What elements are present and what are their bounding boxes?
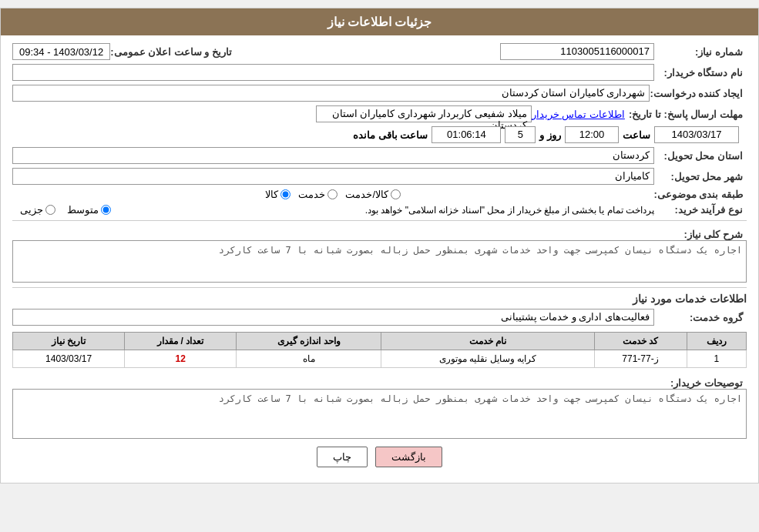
cell-kod: ز-77-771 [594,350,687,368]
maandeh-value: 01:06:14 [432,126,501,143]
contact-link[interactable]: اطلاعات تماس خریدار [532,109,625,120]
ostan-value: کردستان [12,147,654,164]
page-title: جزئیات اطلاعات نیاز [1,8,758,35]
tosif-label: توصیحات خریدار: [654,374,747,389]
tarikh-label: تاریخ و ساعت اعلان عمومی: [110,46,236,58]
cell-radif: 1 [687,350,746,368]
nooe-jozi-label: جزیی [20,204,43,216]
col-radif: ردیف [687,333,746,350]
ijad-value: شهرداری کامیاران استان کردستان [12,85,650,102]
col-tedad: تعداد / مقدار [125,333,237,350]
tabaqe-kala-khedmat-label: کالا/خدمت [345,189,388,200]
saat-label: ساعت [623,129,650,141]
roz-label: روز و [539,129,561,141]
shahr-value: کامیاران [12,168,654,185]
shahr-label: شهر محل تحویل: [654,171,747,182]
print-button[interactable]: چاپ [317,447,368,467]
nam-dastgah-label: نام دستگاه خریدار: [654,67,747,79]
shomara-niaz-label: شماره نیاز: [654,46,747,58]
cell-tarikh: 1403/03/17 [13,350,125,368]
nam-dastgah-value[interactable] [12,64,654,81]
nooe-radio-group: متوسط جزیی [20,204,111,216]
tabaqe-kala-label: کالا [265,189,278,200]
roz-value: 5 [505,126,536,143]
col-tarikh: تاریخ نیاز [13,333,125,350]
tabaqe-option-khedmat[interactable]: خدمت [298,189,338,200]
tabaqe-label: طبقه بندی موضوعی: [653,189,747,200]
ostan-label: استان محل تحویل: [654,150,747,162]
col-vahed: واحد اندازه گیری [237,333,381,350]
grooh-label: گروه خدمت: [654,312,747,323]
tabaqe-radio-group: کالا/خدمت خدمت کالا [12,189,653,200]
cell-tedad: 12 [125,350,237,368]
grooh-value: فعالیت‌های اداری و خدمات پشتیبانی [12,309,654,326]
nooe-option-jozi[interactable]: جزیی [20,204,55,216]
cell-vahed: ماه [237,350,381,368]
col-nam: نام خدمت [381,333,594,350]
nooe-note: پرداخت تمام یا بخشی از مبلغ خریدار از مح… [111,205,654,216]
shomara-niaz-value: 1103005116000017 [500,43,654,60]
back-button[interactable]: بازگشت [375,447,442,467]
tabaqe-khedmat-label: خدمت [298,189,325,200]
saat-value: 12:00 [565,126,619,143]
col-kod: کد خدمت [594,333,687,350]
services-table: ردیف کد خدمت نام خدمت واحد اندازه گیری ت… [12,332,747,368]
mohlat-label: مهلت ارسال پاسخ: تا تاریخ: [629,109,747,120]
nooe-option-motawaset[interactable]: متوسط [67,204,111,216]
tabaqe-option-kala[interactable]: کالا [265,189,291,200]
nooe-motawaset-label: متوسط [67,204,99,216]
nooe-label: نوع فرآیند خرید: [654,204,747,216]
button-row: بازگشت چاپ [12,447,747,467]
table-row: 1 ز-77-771 کرایه وسایل نقلیه موتوری ماه … [13,350,747,368]
sharh-value[interactable]: اجاره یک دستگاه نیسان کمپرسی جهت واحد خد… [12,240,747,283]
date-main: 1403/03/17 [654,126,739,143]
tosif-value[interactable]: اجاره یک دستگاه نیسان کمپرسی جهت واحد خد… [12,389,747,439]
creator-name: میلاد شفیعی کاربردار شهرداری کامیاران اس… [316,105,532,122]
cell-nam: کرایه وسایل نقلیه موتوری [381,350,594,368]
sharh-label: شرح کلی نیاز: [654,226,747,240]
tarikh-value: 1403/03/12 - 09:34 [12,43,110,60]
maandeh-label: ساعت باقی مانده [353,129,428,141]
ijad-label: ایجاد کننده درخواست: [650,88,747,99]
khadamat-title: اطلاعات خدمات مورد نیاز [12,293,747,305]
tabaqe-option-kala-khedmat[interactable]: کالا/خدمت [345,189,401,200]
